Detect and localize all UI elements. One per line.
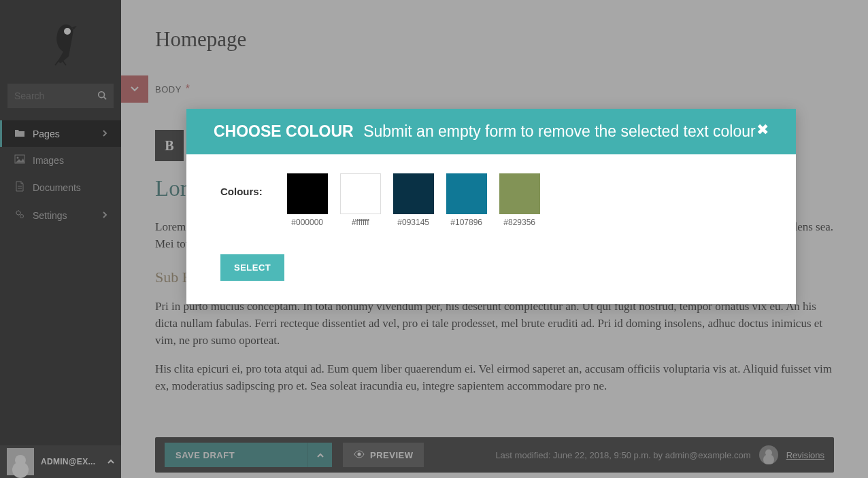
swatch-hex: #107896	[446, 218, 487, 227]
swatch-box	[499, 173, 540, 214]
colour-swatches: #000000 #ffffff #093145 #107896 #829356	[287, 173, 540, 227]
colours-label: Colours:	[220, 186, 263, 197]
swatch-box	[287, 173, 328, 214]
modal-footer: SELECT	[186, 254, 796, 304]
swatch-box	[340, 173, 381, 214]
swatch-box	[446, 173, 487, 214]
colour-swatch-829356[interactable]: #829356	[499, 173, 540, 227]
modal-header: CHOOSE COLOUR Submit an empty form to re…	[186, 109, 796, 154]
swatch-hex: #093145	[393, 218, 434, 227]
modal-title: CHOOSE COLOUR Submit an empty form to re…	[214, 122, 756, 141]
colour-swatch-093145[interactable]: #093145	[393, 173, 434, 227]
swatch-hex: #ffffff	[340, 218, 381, 227]
colour-modal: CHOOSE COLOUR Submit an empty form to re…	[186, 109, 796, 304]
colour-swatch-ffffff[interactable]: #ffffff	[340, 173, 381, 227]
colour-swatch-000000[interactable]: #000000	[287, 173, 328, 227]
swatch-hex: #829356	[499, 218, 540, 227]
modal-title-strong: CHOOSE COLOUR	[214, 122, 354, 140]
swatch-hex: #000000	[287, 218, 328, 227]
modal-body: Colours: #000000 #ffffff #093145 #107896…	[186, 154, 796, 254]
modal-subtitle: Submit an empty form to remove the selec…	[363, 122, 756, 140]
swatch-box	[393, 173, 434, 214]
select-button[interactable]: SELECT	[220, 254, 284, 281]
colour-swatch-107896[interactable]: #107896	[446, 173, 487, 227]
close-icon[interactable]: ✖	[756, 122, 769, 137]
